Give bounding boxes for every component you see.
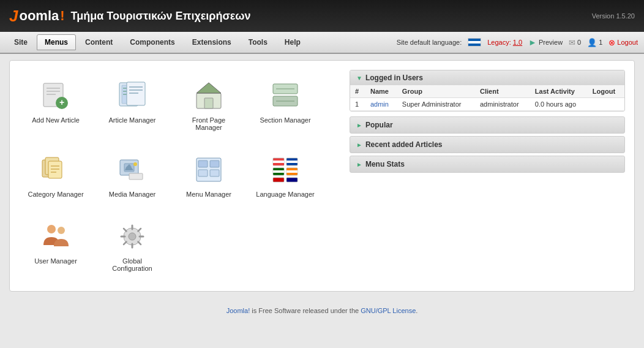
- navbar: Site Menus Content Components Extensions…: [0, 32, 644, 54]
- icons-section: + Add New Article: [19, 70, 337, 282]
- global-configuration-icon: [117, 222, 148, 251]
- user-last-activity: 0.0 hours ago: [530, 98, 588, 111]
- table-row: 1 admin Super Administrator administrato…: [350, 98, 624, 111]
- users-badge[interactable]: 👤 1: [587, 38, 602, 47]
- users-icon: 👤: [587, 38, 597, 47]
- svg-rect-37: [210, 170, 219, 176]
- icon-article-manager[interactable]: Article Manager: [95, 70, 169, 141]
- logo-rest: oomla: [19, 8, 59, 24]
- popular-title: Popular: [365, 121, 393, 129]
- version-text: Version 1.5.20: [592, 12, 635, 20]
- nav-tools[interactable]: Tools: [241, 34, 275, 50]
- article-manager-label: Article Manager: [108, 116, 155, 124]
- svg-rect-48: [286, 178, 298, 182]
- joomla-link[interactable]: Joomla!: [227, 307, 250, 314]
- license-link[interactable]: GNU/GPL License: [361, 307, 416, 314]
- joomla-logo: Joomla!: [9, 7, 65, 26]
- col-logout: Logout: [588, 85, 624, 98]
- svg-point-50: [58, 227, 65, 234]
- svg-rect-11: [127, 82, 145, 105]
- icon-category-manager[interactable]: Category Manager: [19, 144, 92, 208]
- language-manager-label: Language Manager: [256, 191, 314, 198]
- global-configuration-label: Global Configuration: [102, 257, 162, 272]
- svg-rect-47: [273, 178, 284, 182]
- main-panel: + Add New Article: [9, 60, 635, 292]
- logo-exclaim: !: [60, 8, 64, 24]
- preview-icon: ►: [528, 37, 537, 47]
- menu-manager-icon-box: [192, 154, 226, 186]
- user-client: administrator: [475, 98, 530, 111]
- svg-line-60: [124, 242, 127, 245]
- logged-in-users-header[interactable]: ▼ Logged in Users: [350, 70, 624, 85]
- users-table-header-row: # Name Group Client Last Activity Logout: [350, 85, 624, 98]
- col-client: Client: [475, 85, 530, 98]
- icon-add-new-article[interactable]: + Add New Article: [19, 70, 92, 141]
- section-manager-icon: [270, 81, 301, 110]
- svg-rect-40: [273, 163, 284, 165]
- front-page-manager-label: Front Page Manager: [179, 116, 239, 131]
- nav-extensions[interactable]: Extensions: [184, 34, 239, 50]
- icon-language-manager[interactable]: Language Manager: [249, 144, 322, 208]
- user-logout-action[interactable]: [588, 98, 624, 111]
- svg-line-57: [124, 229, 127, 232]
- svg-rect-46: [286, 170, 298, 173]
- footer-text: Joomla! is Free Software released under …: [227, 307, 418, 314]
- right-panel: ▼ Logged in Users # Name Group Client: [350, 70, 625, 173]
- main-wrapper: + Add New Article: [0, 54, 644, 298]
- icon-user-manager[interactable]: User Manager: [19, 211, 92, 282]
- front-page-manager-icon-box: [192, 80, 226, 112]
- users-table: # Name Group Client Last Activity Logout: [350, 85, 624, 111]
- preview-link[interactable]: ► Preview: [528, 37, 563, 47]
- messages-badge[interactable]: ✉ 0: [569, 38, 581, 47]
- footer: Joomla! is Free Software released under …: [0, 298, 644, 323]
- user-name[interactable]: admin: [365, 98, 397, 111]
- user-name-link[interactable]: admin: [370, 100, 389, 108]
- category-manager-label: Category Manager: [28, 191, 83, 198]
- logged-in-users-title: Logged in Users: [365, 74, 423, 82]
- popular-panel-header[interactable]: ► Popular: [350, 116, 625, 134]
- recent-articles-arrow-icon: ►: [356, 142, 362, 148]
- svg-rect-34: [198, 161, 208, 167]
- footer-middle-text: is Free Software released under the: [250, 307, 361, 314]
- icon-global-configuration[interactable]: Global Configuration: [95, 211, 169, 282]
- menu-stats-panel-header[interactable]: ► Menu Stats: [350, 156, 625, 173]
- svg-rect-44: [273, 170, 284, 173]
- logout-link[interactable]: ⊗ Logout: [608, 38, 638, 47]
- svg-rect-24: [48, 161, 62, 178]
- icon-front-page-manager[interactable]: Front Page Manager: [172, 70, 245, 141]
- nav-menus[interactable]: Menus: [37, 34, 76, 50]
- nav-components[interactable]: Components: [122, 34, 182, 50]
- default-language-label: Site default language:: [397, 39, 462, 46]
- svg-rect-42: [286, 161, 298, 163]
- icon-media-manager[interactable]: Media Manager: [95, 144, 169, 208]
- logged-in-users-panel: ▼ Logged in Users # Name Group Client: [350, 70, 625, 112]
- svg-rect-32: [129, 173, 143, 180]
- nav-site[interactable]: Site: [6, 34, 36, 50]
- user-manager-icon: [40, 222, 71, 251]
- legacy-label: Legacy: 1.0: [487, 39, 522, 46]
- svg-point-52: [129, 233, 136, 240]
- media-manager-icon: [117, 155, 148, 184]
- article-manager-icon-box: [116, 80, 149, 112]
- media-manager-icon-box: [116, 154, 149, 186]
- add-new-article-icon: +: [40, 81, 71, 110]
- recent-articles-panel-header[interactable]: ► Recent added Articles: [350, 136, 625, 153]
- svg-line-59: [138, 229, 141, 232]
- category-manager-icon-box: [39, 154, 73, 186]
- icon-section-manager[interactable]: Section Manager: [249, 70, 322, 141]
- col-last-activity: Last Activity: [530, 85, 588, 98]
- svg-rect-17: [204, 98, 213, 108]
- nav-help[interactable]: Help: [277, 34, 309, 50]
- logged-in-arrow-icon: ▼: [356, 75, 362, 81]
- menu-stats-arrow-icon: ►: [356, 161, 362, 168]
- user-manager-icon-box: [39, 221, 73, 252]
- section-manager-label: Section Manager: [260, 116, 310, 124]
- logo-j: J: [9, 7, 18, 26]
- icon-menu-manager[interactable]: Menu Manager: [172, 144, 245, 208]
- front-page-manager-icon: [193, 81, 224, 110]
- navbar-right: Site default language: Legacy: 1.0 ► Pre…: [397, 37, 638, 47]
- language-flag: [468, 38, 481, 47]
- footer-end-text: .: [416, 307, 417, 314]
- svg-line-58: [138, 242, 141, 245]
- nav-content[interactable]: Content: [77, 34, 121, 50]
